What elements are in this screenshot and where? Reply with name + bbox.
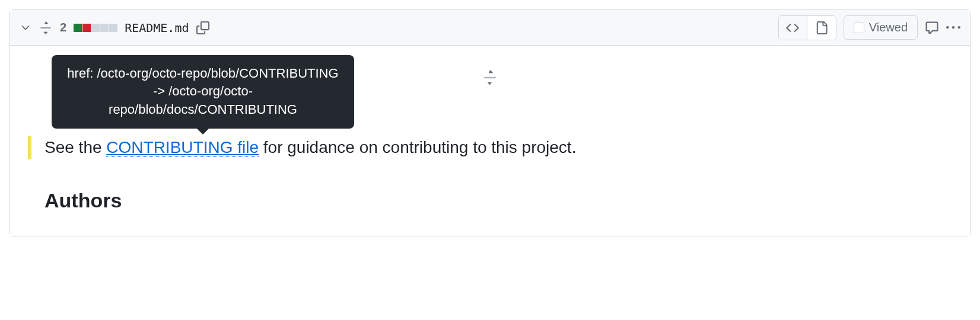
diff-block-neutral (109, 24, 117, 32)
file-header: 2 README.md (10, 10, 970, 46)
authors-heading: Authors (10, 159, 970, 212)
file-body: See the CONTRIBUTING file for guidance o… (10, 46, 970, 236)
file-header-left: 2 README.md (20, 21, 209, 35)
diff-count: 2 (60, 21, 66, 34)
expand-all-icon[interactable] (39, 21, 53, 35)
diff-block-removed (82, 24, 91, 32)
filename[interactable]: README.md (125, 21, 189, 35)
source-view-button[interactable] (779, 16, 807, 40)
rendered-view-button[interactable] (807, 16, 836, 40)
copy-path-icon[interactable] (196, 21, 209, 34)
chevron-down-icon[interactable] (20, 22, 31, 34)
viewed-label: Viewed (869, 21, 908, 34)
diff-text: See the CONTRIBUTING file for guidance o… (44, 136, 576, 159)
href-diff-tooltip: href: /octo-org/octo-repo/blob/CONTRIBUT… (52, 55, 354, 129)
diff-block-neutral (100, 24, 109, 32)
contributing-link[interactable]: CONTRIBUTING file (106, 138, 259, 157)
diff-stat-blocks (74, 24, 117, 32)
diff-change-marker (28, 136, 31, 159)
diff-text-prefix: See the (44, 138, 106, 156)
kebab-menu-icon[interactable] (946, 21, 960, 35)
diff-block-neutral (91, 24, 100, 32)
file-header-right: Viewed (778, 15, 960, 40)
diff-text-suffix: for guidance on contributing to this pro… (259, 138, 576, 156)
view-toggle-group (778, 15, 836, 40)
comment-icon[interactable] (925, 21, 939, 35)
viewed-checkbox[interactable] (854, 23, 864, 33)
viewed-button[interactable]: Viewed (844, 15, 918, 40)
diff-block-added (74, 24, 82, 32)
diff-line: See the CONTRIBUTING file for guidance o… (10, 136, 970, 159)
file-diff-container: 2 README.md (9, 9, 971, 236)
